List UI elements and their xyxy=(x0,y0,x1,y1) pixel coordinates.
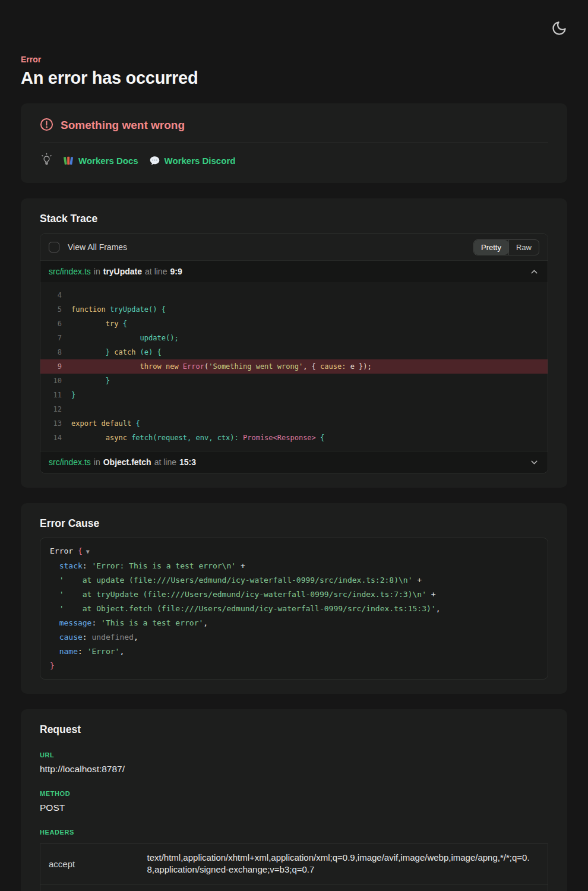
divider xyxy=(40,143,548,143)
request-title: Request xyxy=(40,723,548,736)
header-value: br, gzip xyxy=(147,884,548,891)
header-row: accept-encodingbr, gzip xyxy=(40,884,548,891)
code-line: 8 } catch (e) { xyxy=(40,345,548,359)
error-cause-dump: Error { ▼ stack: 'Error: This is a test … xyxy=(40,538,548,680)
line-number: 8 xyxy=(46,345,62,359)
cause-line: message: 'This is a test error', xyxy=(50,616,538,630)
chevron-up-icon xyxy=(529,267,539,277)
help-link-label: Workers Docs xyxy=(78,156,138,166)
moon-icon xyxy=(551,20,567,38)
code-text: update(); xyxy=(71,331,179,345)
url-label: URL xyxy=(40,751,548,759)
error-page: Error An error has occurred Something we… xyxy=(0,0,588,891)
code-line: 4 xyxy=(40,288,548,302)
code-line: 14 async fetch(request, env, ctx): Promi… xyxy=(40,431,548,445)
line-number: 12 xyxy=(46,402,62,416)
page-title: An error has occurred xyxy=(21,68,567,88)
code-text xyxy=(71,402,75,416)
line-number: 14 xyxy=(46,431,62,445)
lightbulb-icon xyxy=(40,153,53,169)
view-all-frames-label[interactable]: View All Frames xyxy=(68,242,127,252)
workers-discord-link[interactable]: Workers Discord xyxy=(149,155,236,166)
cause-line: stack: 'Error: This is a test error\n' + xyxy=(50,559,538,573)
code-text xyxy=(71,288,75,302)
cause-line: ' at tryUpdate (file:///Users/edmund/icy… xyxy=(50,587,538,602)
collapse-triangle-icon[interactable]: ▼ xyxy=(83,548,90,555)
stack-trace-card: Stack Trace View All Frames PrettyRaw sr… xyxy=(21,198,567,488)
workers-docs-link[interactable]: Workers Docs xyxy=(63,155,138,166)
request-headers-table: accepttext/html,application/xhtml+xml,ap… xyxy=(40,843,548,891)
frame-function: Object.fetch xyxy=(103,457,151,467)
theme-toggle-button[interactable] xyxy=(550,20,568,38)
header-key: accept xyxy=(40,844,147,884)
code-text: function tryUpdate() { xyxy=(71,302,166,317)
code-line: 6 try { xyxy=(40,317,548,331)
frame-at-label: at line xyxy=(154,457,176,467)
line-number: 10 xyxy=(46,374,62,388)
error-cause-title: Error Cause xyxy=(40,517,548,530)
help-links: Workers DocsWorkers Discord xyxy=(63,155,235,166)
error-cause-card: Error Cause Error { ▼ stack: 'Error: Thi… xyxy=(21,503,567,694)
frame-in-label: in xyxy=(94,267,100,276)
code-line: 11} xyxy=(40,388,548,402)
code-text: } xyxy=(71,374,110,388)
code-line: 7 update(); xyxy=(40,331,548,345)
cause-line: ' at Object.fetch (file:///Users/edmund/… xyxy=(50,602,538,616)
line-number: 11 xyxy=(46,388,62,402)
cause-line: Error { ▼ xyxy=(50,544,538,559)
frame-line-number: 9:9 xyxy=(170,267,182,276)
alert-card: Something went wrong Workers DocsWorkers… xyxy=(21,103,567,183)
error-kicker: Error xyxy=(21,0,567,64)
headers-label: HEADERS xyxy=(40,829,548,836)
stack-trace-title: Stack Trace xyxy=(40,213,548,225)
stack-trace-panel: View All Frames PrettyRaw src/index.ts i… xyxy=(40,233,548,473)
frame-at-label: at line xyxy=(145,267,167,276)
code-text: } catch (e) { xyxy=(71,345,162,359)
stack-frame-header[interactable]: src/index.ts in tryUpdate at line 9:9 xyxy=(40,260,548,282)
alert-circle-icon xyxy=(40,118,53,134)
frame-line-number: 15:3 xyxy=(179,457,196,467)
code-line: 10 } xyxy=(40,374,548,388)
line-number: 6 xyxy=(46,317,62,331)
request-card: Request URL http://localhost:8787/ METHO… xyxy=(21,709,567,891)
method-label: METHOD xyxy=(40,790,548,797)
code-line: 13export default { xyxy=(40,416,548,431)
line-number: 5 xyxy=(46,302,62,317)
line-number: 7 xyxy=(46,331,62,345)
line-number: 13 xyxy=(46,416,62,431)
view-all-frames-checkbox[interactable] xyxy=(49,242,59,252)
line-number: 4 xyxy=(46,288,62,302)
speech-balloon-icon xyxy=(149,155,160,166)
code-text: } xyxy=(71,388,75,402)
request-headers-body: accepttext/html,application/xhtml+xml,ap… xyxy=(40,844,548,891)
frame-function: tryUpdate xyxy=(103,267,142,276)
code-line: 12 xyxy=(40,402,548,416)
method-value: POST xyxy=(40,802,548,813)
code-text: export default { xyxy=(71,416,140,431)
trace-toolbar: View All Frames PrettyRaw xyxy=(40,234,548,260)
help-link-label: Workers Discord xyxy=(165,156,236,166)
header-row: accepttext/html,application/xhtml+xml,ap… xyxy=(40,844,548,884)
code-text: throw new Error('Something went wrong', … xyxy=(71,359,372,374)
frame-file: src/index.ts xyxy=(49,267,91,276)
format-raw-button[interactable]: Raw xyxy=(508,240,539,255)
chevron-down-icon xyxy=(529,457,539,467)
format-toggle-group: PrettyRaw xyxy=(473,239,539,255)
cause-line: name: 'Error', xyxy=(50,644,538,659)
stack-frame-header[interactable]: src/index.ts in Object.fetch at line 15:… xyxy=(40,451,548,473)
books-icon xyxy=(63,155,74,166)
header-value: text/html,application/xhtml+xml,applicat… xyxy=(147,844,548,884)
url-value: http://localhost:8787/ xyxy=(40,764,548,775)
code-text: async fetch(request, env, ctx): Promise<… xyxy=(71,431,324,445)
line-number: 9 xyxy=(46,359,62,374)
code-text: try { xyxy=(71,317,127,331)
alert-heading: Something went wrong xyxy=(61,119,185,132)
frame-file: src/index.ts xyxy=(49,457,91,467)
cause-line: cause: undefined, xyxy=(50,630,538,644)
source-code-block: 4 5function tryUpdate() {6 try {7 update… xyxy=(40,282,548,451)
cause-line: } xyxy=(50,659,538,673)
header-key: accept-encoding xyxy=(40,884,147,891)
cause-line: ' at update (file:///Users/edmund/icy-wa… xyxy=(50,573,538,587)
frame-in-label: in xyxy=(94,457,100,467)
format-pretty-button[interactable]: Pretty xyxy=(474,240,508,255)
